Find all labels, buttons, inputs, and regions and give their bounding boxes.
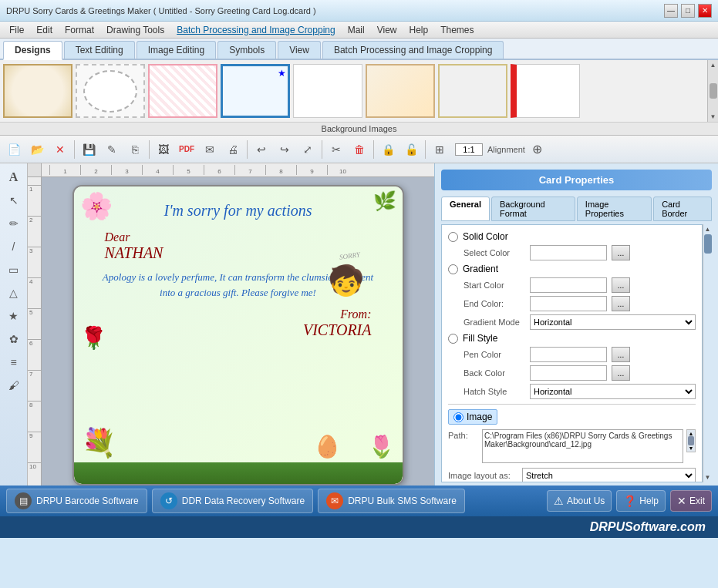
tab-designs[interactable]: Designs — [3, 41, 62, 60]
maximize-button[interactable]: □ — [681, 4, 695, 18]
tool-undo[interactable]: ↩ — [251, 139, 272, 160]
zoom-area: 1:1 — [455, 143, 483, 156]
menu-edit[interactable]: Edit — [30, 23, 59, 37]
select-color-label: Select Color — [463, 248, 525, 257]
props-tab-card-border[interactable]: Card Border — [653, 197, 712, 221]
menu-help[interactable]: Help — [403, 23, 434, 37]
gradient-mode-select[interactable]: Horizontal — [530, 314, 696, 330]
tool-save[interactable]: 💾 — [78, 139, 99, 160]
bg-images-scrollbar[interactable]: ▲ ▼ — [707, 60, 718, 122]
help-button[interactable]: ❓ Help — [616, 490, 666, 512]
tool-pointer[interactable]: ↖ — [3, 190, 25, 211]
tool-pdf[interactable]: PDF — [176, 139, 197, 160]
tool-print[interactable]: 🖨 — [222, 139, 244, 160]
pen-color-box[interactable] — [530, 347, 607, 362]
right-panel-scrollbar[interactable]: ▲ ▼ — [703, 224, 712, 482]
start-color-box[interactable] — [530, 277, 607, 293]
tab-batch-processing[interactable]: Batch Processing and Image Cropping — [322, 41, 504, 59]
fill-style-radio[interactable] — [448, 334, 458, 344]
tool-paint[interactable]: 🖌 — [3, 375, 25, 396]
tool-layers[interactable]: ≡ — [3, 351, 25, 373]
bg-thumb-5[interactable] — [293, 64, 362, 118]
barcode-software-btn[interactable]: ▤ DRPU Barcode Software — [6, 489, 147, 513]
props-tab-general[interactable]: General — [441, 197, 490, 221]
select-color-button[interactable]: ... — [612, 245, 630, 260]
layout-select[interactable]: Stretch — [522, 468, 696, 482]
image-radio[interactable] — [453, 412, 463, 422]
menu-file[interactable]: File — [3, 23, 30, 37]
props-tab-image-properties[interactable]: Image Properties — [577, 197, 652, 221]
tab-image-editing[interactable]: Image Editing — [137, 41, 216, 59]
tool-special[interactable]: ✿ — [3, 328, 25, 350]
tool-move[interactable]: ⤢ — [297, 139, 319, 160]
tool-layout[interactable]: ⊞ — [429, 139, 450, 160]
solid-color-radio[interactable] — [448, 232, 458, 242]
about-us-button[interactable]: ⚠ About Us — [547, 490, 612, 512]
tool-edit[interactable]: ✎ — [101, 139, 123, 160]
menu-view[interactable]: View — [371, 23, 403, 37]
minimize-button[interactable]: — — [664, 4, 678, 18]
path-text: C:\Program Files (x86)\DRPU Sorry Cards … — [482, 429, 683, 463]
bg-thumb-1[interactable] — [3, 64, 72, 118]
menu-drawing-tools[interactable]: Drawing Tools — [100, 23, 170, 37]
flower-tr: 🌿 — [373, 190, 396, 212]
tool-lock[interactable]: 🔒 — [377, 139, 399, 160]
menu-batch-processing[interactable]: Batch Processing and Image Cropping — [170, 23, 341, 37]
sms-software-btn[interactable]: ✉ DRPU Bulk SMS Software — [318, 489, 465, 513]
recovery-software-label: DDR Data Recovery Software — [182, 496, 305, 506]
tab-text-editing[interactable]: Text Editing — [64, 41, 135, 59]
tool-copy[interactable]: ⎘ — [124, 139, 146, 160]
tool-text[interactable]: A — [3, 166, 25, 188]
end-color-box[interactable] — [530, 296, 607, 311]
title-bar: DRPU Sorry Cards & Greetings Maker ( Unt… — [0, 0, 718, 22]
path-scrollbar[interactable]: ▲ ▼ — [686, 429, 696, 452]
close-button[interactable]: ✕ — [698, 4, 712, 18]
bg-thumb-4[interactable]: ★ — [221, 64, 290, 118]
watermark-text: DRPUSoftware.com — [590, 520, 706, 534]
right-panel: Card Properties General Background Forma… — [434, 163, 718, 486]
title-controls: — □ ✕ — [664, 4, 712, 18]
back-color-box[interactable] — [530, 365, 607, 381]
tool-cut[interactable]: ✂ — [325, 139, 347, 160]
tool-triangle[interactable]: △ — [3, 282, 25, 304]
tool-new[interactable]: 📄 — [3, 139, 25, 160]
bg-thumb-3[interactable] — [148, 64, 217, 118]
tool-rect[interactable]: ▭ — [3, 259, 25, 281]
tool-close[interactable]: ✕ — [49, 139, 71, 160]
tool-line[interactable]: / — [3, 236, 25, 257]
start-color-button[interactable]: ... — [612, 277, 630, 293]
hatch-style-select[interactable]: Horizontal — [530, 384, 696, 399]
tool-pencil[interactable]: ✏ — [3, 213, 25, 234]
alignment-label: Alignment — [487, 145, 525, 154]
canvas-wrapper: 1 2 3 4 5 6 7 8 9 10 — [28, 163, 434, 486]
tool-open[interactable]: 📂 — [26, 139, 48, 160]
bg-thumb-6[interactable] — [366, 64, 435, 118]
zoom-box[interactable]: 1:1 — [455, 143, 483, 156]
tab-view[interactable]: View — [278, 41, 321, 59]
menu-mail[interactable]: Mail — [342, 23, 371, 37]
props-tab-background-format[interactable]: Background Format — [491, 197, 575, 221]
tool-unlock[interactable]: 🔓 — [400, 139, 422, 160]
tool-zoom-in[interactable]: ⊕ — [527, 139, 548, 160]
menu-format[interactable]: Format — [59, 23, 100, 37]
flower-decoration-tl: 🌸 — [80, 190, 113, 221]
canvas-area[interactable]: 🌸 🌹 💐 🌷 🥚 🌿 SORRY 🧒 I'm sorry for my act… — [42, 177, 434, 486]
recovery-software-btn[interactable]: ↺ DDR Data Recovery Software — [152, 489, 313, 513]
gradient-radio[interactable] — [448, 264, 458, 274]
fill-style-row: Fill Style — [448, 333, 696, 344]
back-color-button[interactable]: ... — [612, 365, 630, 381]
menu-themes[interactable]: Themes — [434, 23, 480, 37]
bg-thumb-8[interactable] — [511, 64, 580, 118]
tool-image-open[interactable]: 🖼 — [153, 139, 174, 160]
tab-symbols[interactable]: Symbols — [217, 41, 276, 59]
select-color-box[interactable] — [530, 245, 607, 260]
tool-email[interactable]: ✉ — [199, 139, 221, 160]
exit-button[interactable]: ✕ Exit — [670, 490, 712, 512]
bg-thumb-7[interactable] — [438, 64, 507, 118]
end-color-button[interactable]: ... — [612, 296, 630, 311]
tool-delete[interactable]: 🗑 — [349, 139, 370, 160]
pen-color-button[interactable]: ... — [612, 347, 630, 362]
tool-redo[interactable]: ↪ — [274, 139, 295, 160]
tool-star[interactable]: ★ — [3, 305, 25, 327]
bg-thumb-2[interactable] — [76, 64, 145, 118]
